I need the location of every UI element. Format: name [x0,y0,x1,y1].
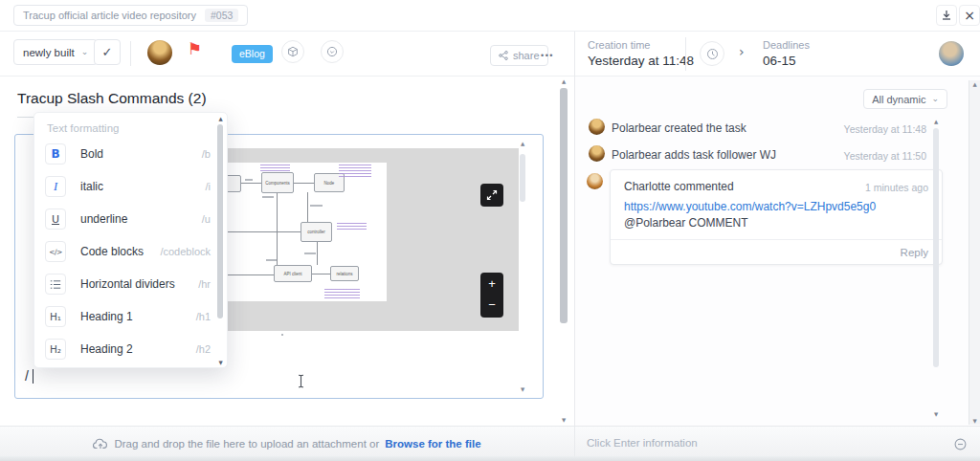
member-avatar[interactable] [939,41,964,66]
card-divider [611,239,942,240]
bold-icon: B [45,143,66,165]
menu-list: B Bold /b I italic /i U underline /u </>… [34,138,216,365]
reply-button[interactable]: Reply [901,247,928,258]
activity-pane: All dynamic ⌄ Polarbear created the task… [575,77,980,426]
diagram-annotation [324,289,360,298]
diagram-box: Components [261,172,294,193]
creation-time-label: Creation time [588,39,650,51]
task-title: Tracup official article video repository [23,10,196,21]
download-icon [941,10,952,21]
scrollbar-thumb[interactable] [520,154,525,202]
expand-icon [480,184,503,207]
menu-item-underline[interactable]: U underline /u [34,203,216,235]
chevron-down-icon: ⌄ [931,95,939,103]
event-time: Yesterday at 11:48 [844,123,926,135]
zoom-out-button[interactable]: − [480,294,503,315]
scroll-up-icon[interactable]: ▲ [559,78,568,84]
status-dropdown[interactable]: newly built ⌄ [13,39,98,65]
diagram-edge-label [310,205,323,207]
priority-flag-icon[interactable]: ⚑ [188,41,202,57]
diagram-connector [317,242,318,265]
diagram-connector [307,192,308,222]
menu-item-italic[interactable]: I italic /i [34,170,216,203]
document-title[interactable]: Tracup Slash Commands (2) [17,90,207,107]
code-icon: </> [45,241,66,262]
creation-time-value: Yesterday at 11:48 [588,54,694,68]
slash-command-menu: Text formatting B Bold /b I italic /i U … [33,112,228,368]
top-bar: Tracup official article video repository… [0,0,980,32]
scrollbar-thumb[interactable] [560,88,568,323]
menu-item-heading-2[interactable]: H₂ Heading 2 /h2 [34,333,216,365]
menu-item-bold[interactable]: B Bold /b [34,138,216,170]
share-button[interactable]: share [490,45,548,66]
scroll-down-icon[interactable]: ▼ [518,386,527,392]
emoji-icon[interactable] [954,438,967,450]
scroll-up-icon[interactable]: ▲ [931,119,941,124]
task-detail-window: Tracup official article video repository… [0,0,980,461]
menu-scrollbar[interactable]: ▲ ▼ [216,116,225,365]
chevron-right-icon[interactable]: › [739,44,745,59]
menu-item-horizontal-dividers[interactable]: Horizontal dividers /hr [34,268,216,300]
scroll-down-icon[interactable]: ▼ [969,418,980,424]
enter-info-placeholder: Click Enter information [587,437,698,449]
scrollbar-thumb[interactable] [217,124,223,318]
activity-filter-dropdown[interactable]: All dynamic ⌄ [863,89,947,109]
clock-icon [706,48,719,60]
fullscreen-button[interactable] [480,184,503,207]
horizontal-dividers-icon [45,274,66,295]
diagram-connector [312,274,330,274]
menu-item-heading-1[interactable]: H₁ Heading 1 /h1 [34,300,216,333]
diagram-edge-label [266,259,277,261]
filter-label: All dynamic [872,94,925,105]
scrollbar-thumb[interactable] [933,128,939,367]
more-menu-button[interactable]: ••• [541,51,554,60]
schedule-button[interactable] [321,40,344,63]
comment-card: Charlotte commented 1 minutes ago https:… [610,169,943,265]
meta-divider [685,37,686,71]
browse-file-link[interactable]: Browse for the file [385,438,480,450]
pane-divider [574,32,575,461]
diagram-box: API client [274,265,312,282]
diagram-connector [224,231,301,232]
close-button[interactable]: × [959,5,980,26]
italic-icon: I [45,176,66,197]
task-title-pill[interactable]: Tracup official article video repository… [13,5,248,26]
diagram-edge-label [262,196,274,198]
heading2-icon: H₂ [45,339,66,360]
window-scrollbar[interactable]: ▲ ▼ [969,80,980,425]
zoom-in-button[interactable]: + [480,273,503,294]
comment-time: 1 minutes ago [865,182,928,193]
scroll-down-icon[interactable]: ▼ [931,411,941,417]
text-caret [33,369,33,384]
diagram-annotation [260,165,290,173]
tag-eblog[interactable]: eBlog [232,45,273,63]
close-icon: × [964,8,975,23]
bottom-edge [0,456,980,461]
menu-item-code-blocks[interactable]: </> Code blocks /codeblock [34,235,216,268]
download-button[interactable] [936,5,957,26]
diagram-edge-label [245,179,253,181]
diagram-annotation [339,165,371,177]
activity-scrollbar[interactable]: ▲ ▼ [931,119,941,417]
scroll-down-icon[interactable]: ▼ [216,360,225,365]
assignee-avatar[interactable] [147,40,172,65]
comment-avatar [587,173,603,189]
scroll-up-icon[interactable]: ▲ [216,116,225,121]
cube-icon [287,46,299,57]
scroll-up-icon[interactable]: ▲ [969,81,980,87]
deadline-clock-button[interactable] [700,41,724,66]
task-toolbar: newly built ⌄ ✓ ⚑ eBlog [0,32,574,77]
typed-slash-text: / [25,368,29,384]
comment-link[interactable]: https://www.youtube.com/watch?v=LZHpvd5e… [624,200,876,213]
event-avatar [589,145,605,162]
document-scrollbar[interactable]: ▲ ▼ [559,78,568,423]
underline-icon: U [45,209,66,230]
package-button[interactable] [281,40,304,63]
scroll-down-icon[interactable]: ▼ [559,417,568,423]
check-icon: ✓ [102,45,113,59]
complete-task-button[interactable]: ✓ [94,39,121,65]
scroll-up-icon[interactable]: ▲ [518,141,527,146]
event-text: Polarbear created the task [612,121,746,135]
event-avatar [589,119,605,135]
editor-scrollbar[interactable]: ▲ ▼ [518,141,527,392]
